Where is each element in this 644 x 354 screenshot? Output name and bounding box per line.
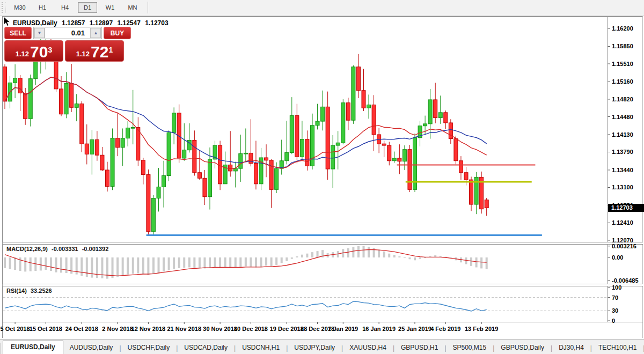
macd-indicator-label: MACD(12,26,9) (6, 246, 48, 252)
rsi-label-row: RSI(14) 33.2526 (6, 287, 54, 294)
axis-price-label: 70 (612, 294, 618, 301)
axis-price-label: 0 (612, 318, 615, 324)
rsi-indicator-label: RSI(14) (6, 287, 27, 294)
lot-size-input[interactable] (45, 28, 91, 38)
axis-price-label: 0.00 (612, 254, 623, 261)
chart-header: EURUSD,Daily 1.12857 1.12897 1.12547 1.1… (13, 19, 171, 27)
axis-date-label: 13 Feb 2019 (465, 326, 498, 332)
tab-XAUUSD-H4[interactable]: XAUUSD,H4 (343, 342, 393, 354)
axis-date-label: 4 Feb 2019 (430, 326, 460, 332)
bid-ask-panels: 1.12 70 3 1.12 72 1 (4, 40, 124, 62)
sell-price-base: 1.12 (16, 48, 29, 60)
one-click-trading-row: SELL ▼ ▲ BUY (4, 27, 131, 39)
axis-price-label: 1.15510 (612, 61, 633, 67)
axis-date-label: 12 Nov 2018 (131, 326, 166, 332)
lot-increase-button[interactable]: ▲ (91, 28, 101, 38)
axis-price-label: 1.15850 (612, 43, 633, 49)
axis-price-label: -0.006485 (612, 277, 639, 284)
chevron-up-icon: ▲ (94, 31, 98, 35)
ohlc-high: 1.12897 (90, 19, 113, 27)
axis-price-label: 1.14820 (612, 96, 633, 102)
tab-GBPUSD-H1[interactable]: GBPUSD,H1 (394, 342, 444, 354)
macd-main-value: -0.003331 (52, 246, 78, 252)
axis-price-label: 0.003216 (612, 243, 636, 249)
ohlc-close: 1.12703 (145, 19, 168, 27)
tab-DJ30-H4[interactable]: DJ30,H4 (552, 342, 590, 354)
tab-USDCHF-Daily[interactable]: USDCHF,Daily (121, 342, 177, 354)
tab-USDCAD-Daily[interactable]: USDCAD,Daily (178, 342, 234, 354)
axis-price-label: 100 (612, 284, 621, 291)
rsi-value: 33.2526 (31, 287, 52, 294)
chart-tabs: EURUSD,DailyAUDUSD,Daily|USDCHF,Daily|US… (1, 341, 644, 354)
axis-date-label: 10 Dec 2018 (234, 326, 268, 332)
chevron-down-icon: ▼ (38, 31, 42, 35)
tab-USDJPY-Daily[interactable]: USDJPY,Daily (288, 342, 341, 354)
axis-date-label: 16 Jan 2019 (362, 326, 396, 332)
axis-date-label: 24 Oct 2018 (65, 326, 98, 332)
buy-price-pips: 72 (91, 44, 108, 60)
tab-GBPUSD-Daily[interactable]: GBPUSD,Daily (494, 342, 551, 354)
axis-price-label: 1.13440 (612, 167, 633, 173)
buy-price-point: 1 (108, 41, 113, 59)
axis-price-label: 1.13790 (612, 149, 633, 155)
axis-price-label: 1.13100 (612, 184, 633, 190)
axis-date-label: 15 Oct 2018 (30, 326, 62, 332)
buy-button[interactable]: BUY (104, 27, 131, 39)
ohlc-low: 1.12547 (118, 19, 141, 27)
sell-price-pips: 70 (30, 44, 48, 60)
axis-price-label: 1.15160 (612, 78, 633, 85)
tab-USDCNH-H1[interactable]: USDCNH,H1 (236, 342, 286, 354)
trading-platform-window: M30H1H4D1W1MN 1.162001.158501.155101.151… (0, 0, 644, 354)
axis-date-label: 30 Nov 2018 (203, 326, 237, 332)
ohlc-open: 1.12857 (62, 19, 85, 27)
axis-date-label: 19 Dec 2018 (270, 326, 304, 332)
buy-price-base: 1.12 (76, 48, 90, 60)
axis-date-label: 7 Jan 2019 (328, 326, 358, 332)
chart-tab-bar: EURUSD,DailyAUDUSD,Daily|USDCHF,Daily|US… (0, 339, 644, 354)
lot-decrease-button[interactable]: ▼ (34, 28, 45, 38)
sell-button[interactable]: SELL (4, 27, 32, 39)
axis-date-label: 25 Jan 2019 (398, 326, 431, 332)
lot-size-control: ▼ ▲ (33, 27, 102, 39)
axis-date-label: 5 Oct 2018 (1, 326, 30, 332)
current-price-tag: 1.12703 (608, 204, 644, 212)
axis-price-label: 1.16200 (612, 25, 633, 32)
tab-SP500-M15[interactable]: SP500,M15 (447, 342, 493, 354)
tab-EURUSD-Daily[interactable]: EURUSD,Daily (3, 341, 63, 354)
axis-price-label: 1.14480 (612, 114, 633, 120)
sell-price-point: 3 (48, 41, 52, 59)
axis-price-label: 1.14130 (612, 131, 633, 138)
macd-label-row: MACD(12,26,9) -0.003331 -0.001392 (6, 246, 111, 252)
axis-date-label: 2 Nov 2018 (102, 326, 133, 332)
sell-price-panel[interactable]: 1.12 70 3 (4, 40, 63, 62)
chart-symbol-label: EURUSD,Daily (13, 19, 57, 27)
axis-price-label: 30 (612, 307, 618, 314)
axis-price-label: 1.12410 (612, 219, 633, 226)
tab-TECH100-H1[interactable]: TECH100,H1 (592, 342, 643, 354)
mouse-cursor-icon (3, 17, 12, 27)
axis-date-label: 21 Nov 2018 (167, 326, 201, 332)
macd-signal-value: -0.001392 (82, 246, 109, 252)
tab-AUDUSD-Daily[interactable]: AUDUSD,Daily (63, 342, 120, 354)
buy-price-panel[interactable]: 1.12 72 1 (65, 40, 124, 62)
